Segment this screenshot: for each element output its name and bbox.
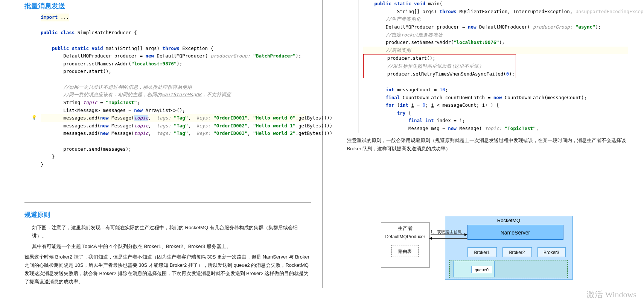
class-decl: SimpleBatchProducer {	[75, 30, 137, 35]
broker3-box: Broker3	[537, 247, 566, 257]
comma8: ,	[188, 130, 196, 136]
nameserver-box: NameServer	[467, 225, 563, 240]
keys1: keys:	[196, 115, 211, 121]
r-cdl: CountDownLatch countDownLatch =	[400, 95, 493, 100]
r-c4: //发送异步失败时的重试次数(这里不重试)	[365, 63, 482, 69]
kw-new1: new	[145, 53, 154, 59]
r-msgcount: messageCount =	[394, 87, 439, 92]
broker1-box: Broker1	[467, 247, 497, 257]
topic-decl1: String	[41, 100, 83, 105]
topic-hl: topic	[134, 115, 148, 121]
send: producer.send(messages);	[41, 146, 131, 152]
topic-var: topic	[83, 100, 97, 105]
hello1: "Hello world 1"	[253, 123, 296, 129]
r-c3: //启动实例	[363, 47, 411, 53]
route-table-box: 路由表	[391, 245, 419, 257]
r-topicparam: topic:	[485, 126, 502, 131]
comment-batch1: //同一批的消息应该有：相同的主题，相同的	[41, 92, 162, 97]
comment-4m: //如果一次只发送不超过4M的消息，那么批处理很容易使用	[41, 84, 192, 90]
semi1: ;	[137, 100, 140, 105]
r-forrest: < messageCount; i++) {	[434, 102, 499, 108]
import-rest: ...	[58, 14, 69, 20]
r-main: main(	[425, 1, 442, 6]
separator-right	[347, 208, 633, 208]
topic3: topic	[134, 130, 148, 136]
avoid-para1: 如下图，注意了，这里我们发现，有可能在实际的生产过程中，我们的 RocketMQ…	[32, 224, 311, 240]
r-paren3: );	[509, 71, 515, 77]
r-namesrv: producer.setNamesrvAddr(	[363, 39, 454, 45]
set-namesrv: producer.setNamesrvAddr(	[41, 61, 131, 67]
getbytes1: .getBytes()))	[295, 115, 332, 121]
order1: "OrderID001"	[211, 115, 248, 121]
arrow-left-icon: ◀	[429, 236, 432, 240]
start: producer.start();	[41, 68, 111, 74]
comma6: ,	[247, 123, 253, 129]
param-group: producerGroup:	[211, 53, 250, 59]
r-start: producer.start();	[365, 55, 435, 61]
r-paren2: );	[499, 39, 505, 45]
getbytes2: .getBytes()))	[295, 123, 332, 129]
main-sig: main(String[] args)	[103, 45, 163, 51]
msg3: Message(	[109, 130, 134, 136]
page-root: 批量消息发送 import ... public class SimpleBat…	[0, 0, 644, 288]
r-ctor: DefaultMQProducer(	[477, 24, 533, 30]
r-async: "async"	[572, 24, 595, 30]
avoid-para2: 其中有可能是一个主题 TopicA 中的 4 个队列分散在 Broker1、Br…	[32, 242, 311, 251]
paren1: );	[295, 53, 301, 59]
r-msgcomma: ,	[536, 126, 539, 131]
add3: messages.add(	[41, 130, 100, 136]
producer-sub: DefaultMQProducer	[381, 234, 429, 239]
tags2: tags:	[157, 123, 171, 129]
comma3: ,	[247, 115, 253, 121]
code-async: public static void main( String[] args) …	[358, 0, 633, 133]
hello2: "Hello world 2"	[253, 130, 296, 136]
throws-ex: Exception {	[180, 45, 213, 51]
r-cdl2: CountDownLatch(messageCount);	[502, 95, 587, 100]
close-brace2: }	[41, 162, 44, 167]
r-index: index = i;	[434, 118, 465, 123]
r-pgroup: producerGroup:	[533, 24, 572, 30]
list-decl: List<Message> messages =	[41, 107, 134, 113]
tag1: "Tag"	[171, 115, 188, 121]
topic2: topic	[134, 123, 148, 129]
kw-main: public static void	[41, 45, 103, 51]
retry-para: 注意重试的原则，一般会采用规避原则（规避原则就是上一次消息发送过程中发现错误，在…	[347, 136, 633, 153]
getbytes3: .getBytes()))	[295, 130, 332, 136]
msg2: Message(	[109, 123, 134, 129]
broker2-box: Broker2	[502, 247, 532, 257]
r-paren1: );	[595, 24, 601, 30]
comment-batch2: ，不支持调度	[202, 92, 231, 97]
arrow-line-bottom	[431, 238, 467, 239]
producer-new: DefaultMQProducer producer =	[41, 53, 145, 59]
r-semi2: ;	[425, 102, 431, 108]
comma7: ,	[148, 130, 157, 136]
r-int: int	[363, 87, 394, 92]
r-ten: 10	[440, 87, 445, 92]
batch-send-title: 批量消息发送	[24, 2, 311, 11]
close-brace1: }	[41, 154, 55, 159]
comment-waitstore: waitStoreMsgOK	[162, 92, 201, 97]
r-exc-fade: UnsupportedEncodingExcep	[575, 9, 644, 14]
comma1: ,	[148, 115, 157, 121]
r-kw-main: public static void	[363, 1, 426, 6]
keys3: keys:	[196, 130, 211, 136]
hello0: "Hello world 0"	[253, 115, 296, 121]
tag3: "Tag"	[171, 130, 188, 136]
topic-eq: =	[97, 100, 106, 105]
r-trybrace: {	[405, 110, 411, 116]
str-topictest: "TopicTest"	[106, 100, 137, 105]
tags1: tags:	[157, 115, 171, 121]
kw-new2: new	[134, 107, 143, 113]
r-zero2: 0	[423, 102, 426, 108]
r-i1: i	[411, 102, 414, 108]
r-msg2: Message(	[457, 126, 485, 131]
add1: messages.add(	[41, 115, 100, 121]
r-forparen: (	[394, 102, 400, 108]
r-msg: Message msg =	[363, 126, 448, 131]
rocketmq-label: RocketMQ	[445, 216, 572, 225]
r-for: for	[363, 102, 394, 108]
kw-new3: new	[100, 115, 109, 121]
arrow-line-top	[431, 234, 467, 235]
producer-title: 生产者	[381, 223, 429, 234]
r-try: try	[363, 110, 406, 116]
